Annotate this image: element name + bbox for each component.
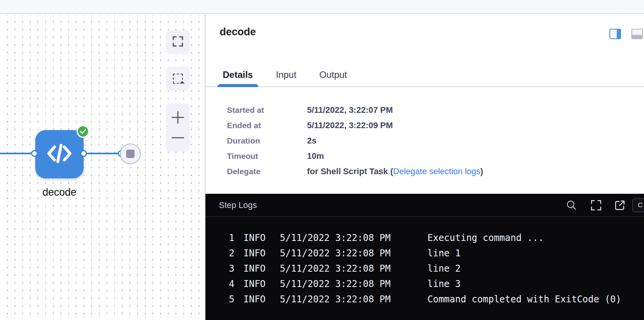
details-row-label: Delegate [227, 166, 307, 176]
edge-incoming [0, 153, 31, 154]
details-row-label: Ended at [227, 120, 307, 130]
log-timestamp: 5/11/2022 3:22:08 PM [280, 276, 427, 292]
panel-title: decode [220, 26, 256, 38]
details-row-label: Timeout [227, 151, 307, 161]
expand-fullscreen-icon[interactable] [590, 200, 602, 211]
details-section: Started at 5/11/2022, 3:22:07 PM Ended a… [205, 87, 644, 194]
log-level: INFO [243, 276, 280, 292]
top-header-bar [0, 0, 644, 14]
details-row-value: 10m [307, 151, 324, 161]
log-level: INFO [243, 292, 280, 307]
log-line: 1 INFO 5/11/2022 3:22:08 PM Executing co… [205, 230, 644, 246]
panel-header: decode Details Input Output [205, 15, 644, 87]
details-row: Duration 2s [227, 135, 644, 146]
details-row: Timeout 10m [227, 151, 644, 161]
log-timestamp: 5/11/2022 3:22:08 PM [280, 246, 427, 261]
code-icon [47, 144, 72, 165]
details-row-value: 5/11/2022, 3:22:07 PM [307, 105, 393, 115]
node-label: decode [24, 186, 95, 198]
log-level: INFO [243, 246, 280, 261]
log-message: Executing command ... [427, 230, 644, 246]
log-line: 4 INFO 5/11/2022 3:22:08 PM line 3 [205, 276, 644, 292]
details-row-label: Started at [227, 105, 307, 115]
tab-output[interactable]: Output [314, 69, 352, 86]
fullscreen-corners-icon [172, 36, 184, 49]
log-line-number: 5 [229, 292, 243, 307]
bottom-panel-layout-icon[interactable] [631, 29, 643, 39]
layout-toggle-group [610, 29, 643, 39]
log-timestamp: 5/11/2022 3:22:08 PM [280, 292, 427, 307]
step-logs-panel: Step Logs C [205, 194, 644, 320]
console-view-button[interactable]: C [632, 198, 644, 212]
delegate-text-prefix: for Shell Script Task ( [307, 167, 393, 176]
details-row-label: Duration [227, 135, 307, 146]
log-line: 3 INFO 5/11/2022 3:22:08 PM line 2 [205, 261, 644, 276]
log-line: 2 INFO 5/11/2022 3:22:08 PM line 1 [205, 246, 644, 261]
main-area: decode decode [0, 15, 644, 320]
log-level: INFO [243, 261, 280, 276]
log-message: line 2 [427, 261, 644, 276]
details-row: Ended at 5/11/2022, 3:22:09 PM [227, 120, 644, 130]
details-row-delegate: Delegate for Shell Script Task (Delegate… [227, 166, 644, 176]
marquee-selection-icon [173, 74, 183, 84]
log-message: line 1 [427, 246, 644, 261]
log-timestamp: 5/11/2022 3:22:08 PM [280, 230, 427, 246]
log-message: line 3 [427, 276, 644, 292]
details-row-value: for Shell Script Task (Delegate selectio… [307, 166, 483, 176]
open-external-icon[interactable] [614, 200, 626, 211]
log-line-number: 4 [229, 276, 243, 292]
tab-details[interactable]: Details [217, 69, 258, 86]
step-logs-title: Step Logs [219, 200, 257, 210]
step-node-decode[interactable] [35, 130, 84, 178]
right-panel-layout-icon[interactable] [610, 29, 621, 39]
log-level: INFO [243, 230, 280, 246]
pipeline-end-node[interactable] [120, 144, 141, 164]
panel-tabs: Details Input Output [217, 69, 352, 86]
search-icon[interactable] [566, 200, 577, 210]
details-row: Started at 5/11/2022, 3:22:07 PM [227, 105, 644, 115]
log-lines: 1 INFO 5/11/2022 3:22:08 PM Executing co… [205, 230, 644, 307]
success-check-icon [77, 125, 89, 138]
canvas-select-area-button[interactable] [166, 67, 190, 91]
step-logs-body[interactable]: 1 INFO 5/11/2022 3:22:08 PM Executing co… [205, 217, 644, 320]
step-logs-header: Step Logs C [205, 194, 644, 217]
details-row-value: 5/11/2022, 3:22:09 PM [307, 120, 393, 130]
node-port-left [31, 150, 38, 157]
log-line: 5 INFO 5/11/2022 3:22:08 PM Command comp… [205, 292, 644, 307]
details-row-value: 2s [307, 135, 316, 146]
canvas-zoom-controls [166, 104, 190, 152]
zoom-out-icon[interactable] [171, 131, 184, 144]
log-line-number: 1 [229, 230, 243, 246]
log-line-number: 3 [229, 261, 243, 276]
step-details-panel: decode Details Input Output Started at 5… [205, 15, 644, 320]
zoom-in-icon[interactable] [171, 111, 184, 124]
node-port-right [80, 150, 87, 157]
edge-outgoing [87, 153, 121, 154]
delegate-text-suffix: ) [480, 167, 483, 176]
log-message: Command completed with ExitCode (0) [427, 292, 644, 307]
log-line-number: 2 [229, 246, 243, 261]
pipeline-canvas[interactable]: decode [0, 15, 205, 320]
delegate-selection-logs-link[interactable]: Delegate selection logs [393, 167, 480, 176]
step-logs-actions: C [566, 194, 644, 216]
stop-square-icon [126, 150, 135, 158]
tab-input[interactable]: Input [271, 69, 302, 86]
canvas-fit-view-button[interactable] [166, 30, 190, 54]
log-timestamp: 5/11/2022 3:22:08 PM [280, 261, 427, 276]
details-rows: Started at 5/11/2022, 3:22:07 PM Ended a… [227, 105, 644, 161]
